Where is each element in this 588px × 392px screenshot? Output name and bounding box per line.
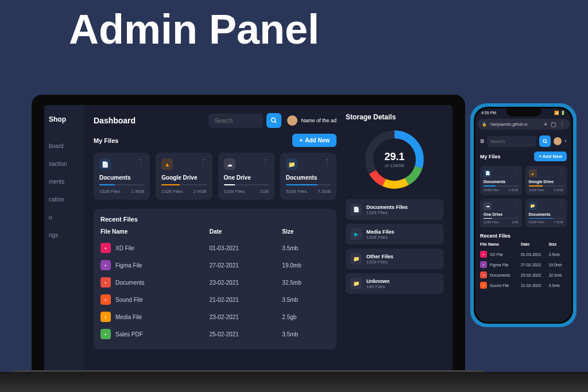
- search-icon: [270, 117, 277, 124]
- storage-category[interactable]: 📄 Documents Files 1328 Files: [346, 199, 443, 220]
- file-card[interactable]: 📁 ⋮ Documents 5328 Files7.3GB: [280, 153, 336, 200]
- phone-file-card[interactable]: 📄 ⋮ Documents 1328 Files1.9GB: [480, 166, 522, 195]
- signal-icons: 📶 🔋: [554, 111, 566, 115]
- phone-recent-title: Recent Files: [480, 233, 567, 239]
- file-card[interactable]: 📄 ⋮ Documents 1328 Files1.9GB: [94, 153, 150, 200]
- file-type-icon: ▪: [100, 294, 111, 305]
- file-type-icon: ▪: [480, 251, 487, 258]
- file-count: 5328 Files: [286, 189, 307, 194]
- phone-search-button[interactable]: [539, 135, 551, 147]
- sidebar-item[interactable]: ngs: [44, 226, 84, 244]
- file-count: 1328 Files: [224, 189, 245, 194]
- category-icon: ▶: [350, 228, 362, 240]
- phone-search-input[interactable]: [487, 136, 536, 147]
- admin-profile[interactable]: Name of the ad: [287, 115, 336, 126]
- more-dots-icon[interactable]: ⋮: [513, 202, 519, 210]
- column-header: Date: [521, 242, 548, 249]
- file-size: 3.5mb: [282, 325, 330, 343]
- table-row[interactable]: ▪XD File 01-03-2021 3.5mb: [480, 249, 567, 259]
- file-type-icon: ▪: [100, 260, 111, 270]
- plus-icon[interactable]: +: [544, 121, 547, 127]
- phone-recent-table: File NameDateSize ▪XD File 01-03-2021 3.…: [480, 242, 567, 290]
- search-button[interactable]: [266, 113, 281, 128]
- file-count: 1328 Files: [99, 189, 121, 194]
- folder-icon: ☁: [483, 202, 492, 210]
- storage-category[interactable]: 📁 Unknown 140 Files: [346, 273, 443, 294]
- card-title: One Drive: [483, 212, 519, 216]
- category-count: 1328 Files: [366, 259, 439, 265]
- card-title: One Drive: [224, 174, 269, 181]
- file-size: 7.3GB: [318, 189, 331, 194]
- more-dots-icon[interactable]: ⋮: [137, 158, 144, 170]
- folder-icon: 📁: [286, 158, 297, 170]
- file-name: Sound File: [115, 297, 143, 303]
- category-name: Media Files: [366, 229, 439, 235]
- table-row[interactable]: ▪Figma File 27-02-2021 19.0mb: [100, 257, 330, 274]
- file-date: 01-03-2021: [210, 239, 283, 257]
- table-row[interactable]: ▪Documents 23-02-2021 32.5mb: [100, 274, 330, 291]
- category-icon: 📁: [350, 278, 362, 289]
- more-dots-icon[interactable]: ⋮: [200, 158, 207, 170]
- plus-icon: +: [539, 154, 543, 159]
- table-row[interactable]: ▪Sales PDF 25-02-2021 3.5mb: [100, 325, 330, 343]
- file-date: 27-02-2021: [210, 257, 283, 274]
- table-row[interactable]: ▪Figma File 27-02-2021 19.0mb: [480, 259, 567, 270]
- table-row[interactable]: ▪Sound File 21-02-2021 3.5mb: [100, 291, 330, 308]
- phone-file-card[interactable]: 📁 ⋮ Documents 5328 Files7.3GB: [525, 199, 567, 228]
- folder-icon: ▲: [161, 158, 173, 170]
- plus-icon: +: [299, 137, 303, 143]
- phone-my-files-title: My Files: [480, 154, 501, 160]
- admin-name: Name of the ad: [301, 118, 336, 123]
- category-name: Unknown: [366, 278, 439, 284]
- file-size: 1GB: [260, 189, 269, 194]
- file-date: 25-02-2021: [210, 325, 283, 343]
- more-dots-icon[interactable]: ⋮: [558, 202, 563, 210]
- phone-add-new-button[interactable]: + Add New: [534, 152, 567, 161]
- column-header: Size: [282, 228, 330, 239]
- category-icon: 📁: [350, 253, 362, 265]
- file-card[interactable]: ☁ ⋮ One Drive 1328 Files1GB: [218, 153, 274, 200]
- file-size: 2.5gb: [282, 308, 330, 325]
- file-type-icon: ▪: [100, 312, 111, 322]
- add-new-button[interactable]: + Add New: [292, 134, 336, 147]
- folder-icon: 📄: [99, 158, 111, 170]
- sidebar-item[interactable]: cation: [44, 191, 84, 208]
- category-count: 1328 Files: [366, 210, 439, 215]
- browser-url-bar[interactable]: 🔒 hanysameh.github.io + ▢ ⋮: [477, 119, 570, 130]
- file-card[interactable]: ▲ ⋮ Google Drive 1328 Files2.9GB: [156, 153, 212, 200]
- file-name: Sales PDF: [115, 331, 143, 337]
- hero-title: Admin Panel: [69, 6, 319, 53]
- file-type-icon: ▪: [100, 243, 111, 253]
- storage-category[interactable]: ▶ Media Files 1328 Files: [346, 224, 443, 244]
- phone-file-card[interactable]: ☁ ⋮ One Drive 1328 Files1GB: [480, 199, 522, 228]
- sidebar-item[interactable]: o: [44, 208, 84, 226]
- column-header: File Name: [100, 228, 210, 239]
- more-dots-icon[interactable]: ⋮: [324, 158, 331, 170]
- table-row[interactable]: ▪XD File 01-03-2021 3.5mb: [100, 239, 330, 257]
- sidebar-item[interactable]: saction: [44, 155, 84, 173]
- chevron-down-icon[interactable]: ▾: [564, 139, 567, 143]
- table-row[interactable]: ▪Media File 23-02-2021 2.5gb: [100, 308, 330, 325]
- storage-used-value: 29.1: [384, 151, 404, 163]
- more-dots-icon[interactable]: ⋮: [513, 169, 519, 177]
- search-input[interactable]: [208, 114, 263, 128]
- file-type-icon: ▪: [480, 261, 487, 268]
- hamburger-icon[interactable]: ≡: [480, 137, 484, 145]
- more-dots-icon[interactable]: ⋮: [558, 169, 563, 177]
- tabs-icon[interactable]: ▢: [551, 121, 556, 127]
- folder-icon: 📄: [483, 169, 492, 177]
- sidebar-item[interactable]: board: [44, 137, 84, 155]
- phone-file-card[interactable]: ▲ ⋮ Google Drive 1328 Files2.9GB: [525, 166, 567, 195]
- storage-category[interactable]: 📁 Other Files 1328 Files: [346, 249, 443, 269]
- table-row[interactable]: ▪Sound File 21-02-2021 3.5mb: [480, 280, 567, 290]
- storage-title: Storage Details: [346, 113, 443, 121]
- folder-icon: 📁: [529, 202, 537, 210]
- sidebar-item[interactable]: ments: [44, 173, 84, 191]
- column-header: Date: [210, 228, 283, 239]
- sidebar: Shop boardsactionmentscationongs: [44, 105, 84, 370]
- menu-dots-icon[interactable]: ⋮: [559, 121, 565, 127]
- phone-avatar[interactable]: [554, 137, 562, 145]
- more-dots-icon[interactable]: ⋮: [262, 158, 269, 170]
- table-row[interactable]: ▪Documents 23-02-2021 32.5mb: [480, 270, 567, 280]
- storage-donut-chart: 29.1 of 128GB: [363, 128, 426, 191]
